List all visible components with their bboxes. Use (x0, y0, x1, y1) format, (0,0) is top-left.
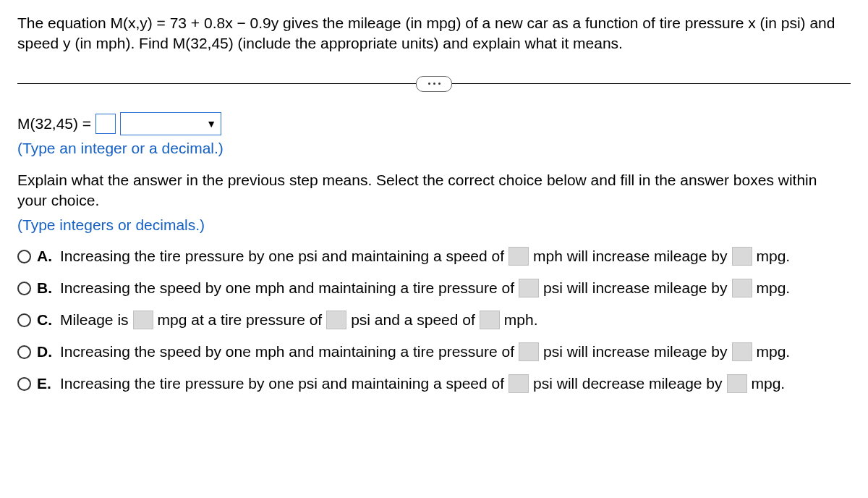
choice-a-post: mpg. (757, 248, 791, 265)
choice-a-input-1[interactable] (509, 247, 529, 266)
numeric-input[interactable] (95, 114, 116, 134)
choice-a[interactable]: A. Increasing the tire pressure by one p… (17, 247, 851, 266)
choice-e-post: mpg. (752, 375, 786, 392)
choice-d-pre: Increasing the speed by one mph and main… (60, 343, 514, 360)
choice-d-input-2[interactable] (732, 342, 752, 361)
choice-c-input-3[interactable] (480, 311, 500, 329)
choice-text-e: Increasing the tire pressure by one psi … (60, 374, 785, 393)
chevron-down-icon: ▼ (206, 118, 216, 130)
hint-text-2: (Type integers or decimals.) (17, 216, 851, 234)
choice-label-e: E. (37, 375, 54, 392)
choice-c-t3: psi and a speed of (351, 311, 475, 329)
choice-c-input-1[interactable] (133, 311, 153, 329)
choice-b[interactable]: B. Increasing the speed by one mph and m… (17, 279, 851, 297)
choice-c-t2: mpg at a tire pressure of (158, 311, 323, 329)
answer-row: M(32,45) = ▼ (17, 112, 851, 135)
question-text: The equation M(x,y) = 73 + 0.8x − 0.9y g… (17, 13, 851, 54)
choice-b-post: mpg. (757, 279, 791, 297)
units-select[interactable]: ▼ (120, 112, 221, 135)
choice-b-input-2[interactable] (732, 279, 752, 297)
divider (17, 75, 851, 92)
dot-icon (438, 83, 441, 85)
radio-b[interactable] (17, 282, 31, 295)
choice-b-input-1[interactable] (519, 279, 539, 297)
dot-icon (433, 83, 435, 85)
choice-a-pre: Increasing the tire pressure by one psi … (60, 248, 504, 265)
choice-e-input-1[interactable] (509, 374, 529, 393)
choice-d-post: mpg. (757, 343, 791, 360)
choice-e-pre: Increasing the tire pressure by one psi … (60, 375, 504, 392)
choice-label-a: A. (37, 248, 54, 265)
choice-b-mid: psi will increase mileage by (543, 279, 727, 297)
choice-c[interactable]: C. Mileage is mpg at a tire pressure of … (17, 311, 851, 329)
divider-handle[interactable] (416, 76, 452, 92)
choice-c-t4: mph. (504, 311, 538, 329)
explain-text: Explain what the answer in the previous … (17, 170, 851, 211)
choice-text-c: Mileage is mpg at a tire pressure of psi… (60, 311, 537, 329)
hint-text-1: (Type an integer or a decimal.) (17, 140, 851, 157)
radio-e[interactable] (17, 377, 31, 391)
choice-label-d: D. (37, 343, 54, 360)
answer-label: M(32,45) = (17, 115, 91, 132)
choice-b-pre: Increasing the speed by one mph and main… (60, 279, 514, 297)
choice-c-t1: Mileage is (60, 311, 129, 329)
choice-text-a: Increasing the tire pressure by one psi … (60, 247, 790, 266)
choices-group: A. Increasing the tire pressure by one p… (17, 247, 851, 393)
choice-d-input-1[interactable] (519, 342, 539, 361)
choice-a-input-2[interactable] (732, 247, 752, 266)
radio-c[interactable] (17, 313, 31, 327)
choice-label-c: C. (37, 311, 54, 329)
radio-a[interactable] (17, 250, 31, 263)
choice-e-input-2[interactable] (727, 374, 747, 393)
choice-d-mid: psi will increase mileage by (543, 343, 727, 360)
choice-label-b: B. (37, 279, 54, 297)
choice-text-d: Increasing the speed by one mph and main… (60, 342, 790, 361)
choice-c-input-2[interactable] (326, 311, 346, 329)
choice-text-b: Increasing the speed by one mph and main… (60, 279, 790, 297)
choice-a-mid: mph will increase mileage by (533, 248, 727, 265)
choice-e-mid: psi will decrease mileage by (533, 375, 722, 392)
dot-icon (428, 83, 430, 85)
choice-e[interactable]: E. Increasing the tire pressure by one p… (17, 374, 851, 393)
choice-d[interactable]: D. Increasing the speed by one mph and m… (17, 342, 851, 361)
radio-d[interactable] (17, 345, 31, 359)
